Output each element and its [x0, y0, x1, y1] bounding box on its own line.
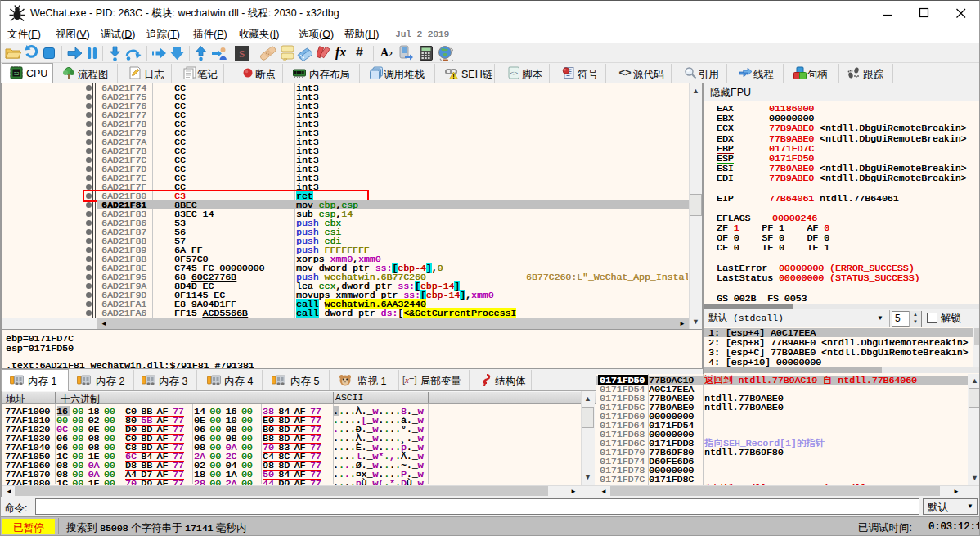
svg-text:S: S [239, 47, 245, 60]
svg-text:32: 32 [14, 71, 20, 76]
svg-text:<>: <> [510, 70, 518, 77]
svg-text:!: ! [452, 73, 455, 80]
svg-text:<>: <> [618, 66, 632, 79]
